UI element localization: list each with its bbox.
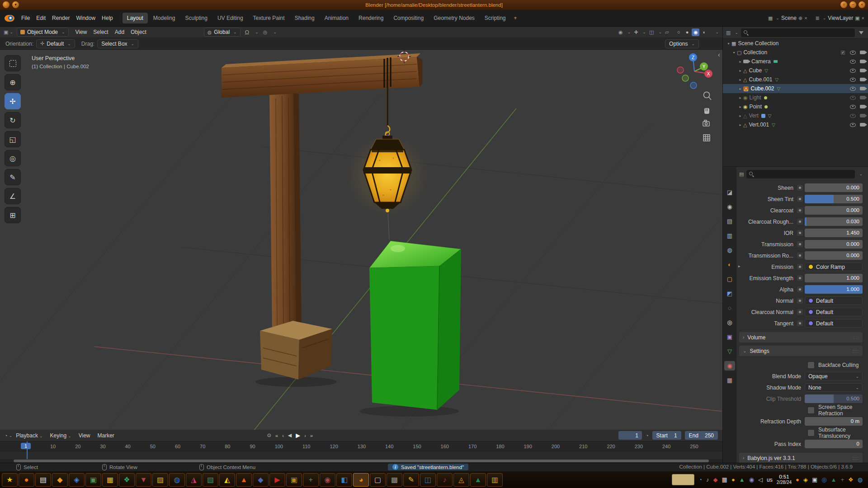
outliner-row-cube001[interactable]: ▸ △ Cube.001 ▽	[723, 75, 868, 84]
ior-field[interactable]: 1.450	[805, 229, 863, 237]
shadow-mode-dropdown[interactable]: None⌄	[805, 383, 863, 392]
workspace-tab[interactable]: Animation	[320, 13, 353, 23]
workspace-tab[interactable]: Texture Paint	[249, 13, 289, 23]
hide-viewport-icon[interactable]	[850, 78, 856, 82]
workspace-tab[interactable]: Rendering	[354, 13, 388, 23]
timeline-view-menu[interactable]: View	[75, 431, 94, 440]
decorator-dot[interactable]	[797, 264, 803, 270]
outliner-row-vert001[interactable]: ▸ △ Vert.001 ▽	[723, 120, 868, 129]
taskbar-app-icon[interactable]: ▤	[35, 473, 51, 487]
sheen-slider[interactable]: 0.000	[805, 183, 863, 192]
properties-editor-icon[interactable]: ▤	[739, 171, 744, 177]
decorator-dot[interactable]	[797, 230, 803, 236]
taskbar-app-icon[interactable]: ◕	[353, 473, 369, 487]
window-app-icon[interactable]	[3, 1, 9, 8]
autokey-record-icon[interactable]: ⊙	[267, 432, 271, 438]
playback-menu[interactable]: Playback⌄	[12, 431, 46, 440]
settings-section-header[interactable]: ⌄ Settings ::::	[739, 346, 863, 356]
viewlayer-browse-icon[interactable]: ≣	[816, 15, 820, 21]
clock[interactable]: 0:51 2/28/24	[777, 474, 792, 485]
expand-arrow[interactable]: ▸	[737, 69, 743, 73]
taskbar-app-icon[interactable]: ◫	[420, 473, 436, 487]
transform-tool[interactable]: ◎	[5, 150, 21, 166]
outliner-row-vert[interactable]: ▸ △ Vert ▽	[723, 111, 868, 120]
tray-icon[interactable]: ▦	[722, 477, 727, 483]
hide-viewport-icon[interactable]	[850, 105, 856, 109]
screen-space-refraction-checkbox[interactable]	[807, 407, 815, 414]
blender-logo-icon[interactable]	[5, 15, 14, 22]
panel-grip-icon[interactable]: ::::	[853, 349, 859, 353]
decorator-dot[interactable]	[797, 185, 803, 191]
decorator-dot[interactable]	[797, 253, 803, 258]
viewlayer-selector[interactable]: ViewLayer	[828, 15, 853, 21]
keying-set-icon[interactable]: ◔	[646, 433, 649, 438]
taskbar-app-icon[interactable]: ▥	[487, 473, 503, 487]
clearcoat-roughness-slider[interactable]: 0.030	[805, 217, 863, 226]
tray-icon[interactable]: ◁	[758, 477, 763, 483]
properties-tab[interactable]: ▦	[724, 375, 735, 385]
babylon-section-header[interactable]: › Babylon.js ver 3.3.1 ::::	[739, 453, 863, 463]
disable-render-icon[interactable]	[860, 69, 865, 72]
viewlayer-copy-icon[interactable]: ▣	[855, 15, 859, 21]
timeline-ruler[interactable]: 1102030405060708090100110120130140150160…	[0, 441, 722, 451]
jump-end-button[interactable]: »	[310, 433, 313, 438]
timeline-track[interactable]	[0, 451, 722, 459]
decorator-dot[interactable]	[797, 241, 803, 247]
hide-viewport-icon[interactable]	[850, 51, 856, 55]
taskbar-app-icon[interactable]: ◉	[320, 473, 335, 487]
filter-icon[interactable]	[859, 31, 863, 34]
menu-item[interactable]: Edit	[33, 13, 49, 23]
workspace-tab[interactable]: Shading	[290, 13, 319, 23]
taskbar-app-icon[interactable]: ▨	[152, 473, 168, 487]
properties-tab[interactable]: ◍	[724, 245, 735, 255]
move-tool[interactable]: ✢	[5, 93, 21, 109]
tray-window-button[interactable]	[672, 474, 694, 485]
outliner-row-camera[interactable]: ▸ Camera	[723, 57, 868, 66]
tangent-link-button[interactable]: Default	[805, 319, 863, 328]
hide-viewport-icon[interactable]	[850, 69, 856, 73]
tray-icon[interactable]: ◔	[698, 477, 702, 483]
workspace-tab[interactable]: Compositing	[389, 13, 428, 23]
outliner-editor-icon[interactable]: ▥	[726, 30, 731, 36]
expand-arrow[interactable]: ▸	[737, 87, 743, 91]
transmission-roughness-slider[interactable]: 0.000	[805, 251, 863, 260]
play-button[interactable]: ▶	[296, 432, 300, 439]
hide-viewport-icon[interactable]	[850, 60, 856, 64]
volume-section-header[interactable]: › Volume ::::	[739, 332, 863, 343]
normal-link-button[interactable]: Default	[805, 296, 863, 305]
next-keyframe-button[interactable]: ›	[304, 433, 306, 438]
window-menu-icon[interactable]: ▾	[12, 1, 19, 8]
outliner-row-point[interactable]: ▸ ◉ Point	[723, 102, 868, 111]
outliner-row-scene-collection[interactable]: ▾ ▦ Scene Collection	[723, 39, 868, 48]
outliner-row-collection[interactable]: ▾ ▢ Collection ✓	[723, 48, 868, 57]
decorator-dot[interactable]	[797, 298, 803, 304]
taskbar-app-icon[interactable]: ◬	[453, 473, 469, 487]
tray-icon[interactable]: ◍	[858, 477, 863, 483]
properties-tab[interactable]: ◉	[724, 202, 735, 211]
disable-render-icon[interactable]	[860, 114, 865, 117]
close-button[interactable]: ×	[859, 1, 865, 8]
playhead-frame-badge[interactable]: 1	[21, 443, 31, 449]
taskbar-app-icon[interactable]: ▢	[370, 473, 386, 487]
show-overlays-icon[interactable]: ◫	[649, 29, 654, 35]
view-menu[interactable]: View	[72, 28, 90, 37]
start-frame-field[interactable]: Start1	[652, 431, 681, 440]
decorator-dot[interactable]	[797, 275, 803, 281]
transmission-slider[interactable]: 0.000	[805, 240, 863, 249]
add-workspace-button[interactable]: +	[510, 13, 521, 23]
tray-icon[interactable]: ♪	[706, 477, 709, 483]
taskbar-app-icon[interactable]: ◧	[336, 473, 352, 487]
snap-magnet-icon[interactable]: Ω	[245, 29, 250, 36]
properties-tab[interactable]: ◩	[724, 289, 735, 298]
taskbar-app-icon[interactable]: ◈	[69, 473, 85, 487]
panel-grip-icon[interactable]: ::::	[853, 335, 859, 340]
show-gizmo-icon[interactable]: ✚	[634, 29, 638, 35]
decorator-dot[interactable]	[797, 196, 803, 202]
alpha-slider[interactable]: 1.000	[805, 285, 863, 294]
taskbar-app-icon[interactable]: ★	[2, 473, 18, 487]
drag-dropdown[interactable]: Select Box ⌄	[97, 39, 138, 48]
options-dropdown[interactable]: Options ⌄	[665, 39, 699, 48]
editor-type-icon[interactable]: ▣	[4, 29, 8, 35]
rotate-tool[interactable]: ↻	[5, 112, 21, 128]
collection-checkbox[interactable]: ✓	[840, 50, 846, 56]
